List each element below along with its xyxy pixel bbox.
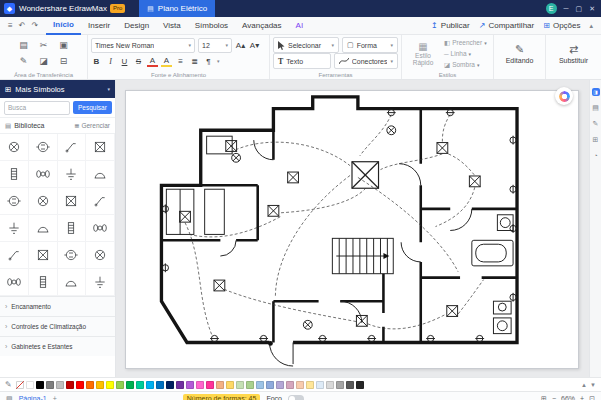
hamburger-menu-icon[interactable]: ≡ xyxy=(8,21,13,30)
section-gabinetes[interactable]: › Gabinetes e Estantes xyxy=(0,336,115,356)
color-swatch[interactable] xyxy=(106,381,114,389)
undo-icon[interactable]: ↶ xyxy=(19,21,26,30)
format-panel-icon[interactable]: ◨ xyxy=(592,88,600,96)
color-swatch[interactable] xyxy=(156,381,164,389)
clipboard-more-icon[interactable]: ⊟ xyxy=(58,56,70,66)
symbol-ground[interactable] xyxy=(0,215,29,242)
quick-style-button[interactable]: ▦ Estilo Rápido xyxy=(405,41,441,66)
text-tool-button[interactable]: T Texto xyxy=(273,53,331,69)
select-tool-button[interactable]: Selecionar▾ xyxy=(273,37,339,53)
color-swatch[interactable] xyxy=(326,381,334,389)
share-button[interactable]: ↗Compartilhar xyxy=(479,21,535,30)
ai-assistant-button[interactable] xyxy=(555,87,573,105)
color-swatch[interactable] xyxy=(246,381,254,389)
color-swatch[interactable] xyxy=(306,381,314,389)
symbol-ceiling-light[interactable] xyxy=(29,188,58,215)
symbols-panel-header[interactable]: ⊞ Mais Símbolos ▾ xyxy=(0,80,115,98)
color-swatch[interactable] xyxy=(346,381,354,389)
strikethrough-button[interactable]: S xyxy=(133,57,144,66)
floor-plan[interactable]: .ow{fill:none;stroke:#141414;stroke-widt… xyxy=(126,91,578,368)
options-button[interactable]: ⊞Opções xyxy=(543,21,580,30)
highlight-color-button[interactable]: A xyxy=(161,56,172,67)
layers-panel-icon[interactable]: ⊞ xyxy=(593,136,599,144)
line-button[interactable]: ─Linha▾ xyxy=(444,49,487,59)
symbol-fan[interactable] xyxy=(0,269,29,296)
document-tab[interactable]: ▤ Plano Elétrico xyxy=(139,0,215,17)
bold-button[interactable]: B xyxy=(91,57,102,66)
color-swatch[interactable] xyxy=(26,381,34,389)
color-swatch[interactable] xyxy=(356,381,364,389)
increase-font-icon[interactable]: A▴ xyxy=(235,41,246,50)
color-swatch[interactable] xyxy=(56,381,64,389)
color-swatch[interactable] xyxy=(236,381,244,389)
symbol-junction-box[interactable] xyxy=(29,242,58,269)
color-swatch[interactable] xyxy=(96,381,104,389)
user-avatar[interactable]: E xyxy=(546,3,557,14)
font-more-icon[interactable]: ▾ xyxy=(217,58,220,64)
color-swatch[interactable] xyxy=(116,381,124,389)
symbol-switch[interactable] xyxy=(0,242,29,269)
fill-button[interactable]: ◧Preencher▾ xyxy=(444,38,487,48)
underline-button[interactable]: U xyxy=(119,57,130,66)
color-swatch[interactable] xyxy=(186,381,194,389)
tab-inserir[interactable]: Inserir xyxy=(81,18,117,34)
color-swatch[interactable] xyxy=(196,381,204,389)
tab-design[interactable]: Design xyxy=(117,18,156,34)
tab-ai[interactable]: AI xyxy=(289,18,311,34)
zoom-in-icon[interactable]: + xyxy=(580,395,584,400)
tab-simbolos[interactable]: Símbolos xyxy=(188,18,235,34)
list-icon[interactable]: ¶ xyxy=(203,57,214,66)
fullscreen-icon[interactable]: ⊡ xyxy=(589,395,595,400)
symbol-bell[interactable] xyxy=(58,269,87,296)
align-justify-icon[interactable]: ≣ xyxy=(189,57,200,66)
history-panel-icon[interactable]: ◔ xyxy=(593,152,597,159)
tab-avancadas[interactable]: Avançadas xyxy=(235,18,288,34)
fit-page-icon[interactable]: ⊞ xyxy=(541,395,547,400)
align-left-icon[interactable]: ≡ xyxy=(175,57,186,66)
minimize-button[interactable]: ─ xyxy=(564,5,569,12)
color-swatch[interactable] xyxy=(296,381,304,389)
symbol-switch[interactable] xyxy=(58,134,87,161)
color-swatch[interactable] xyxy=(176,381,184,389)
zoom-level[interactable]: 66% xyxy=(561,395,575,400)
symbol-duplex-outlet[interactable] xyxy=(0,188,29,215)
symbol-duplex-outlet[interactable] xyxy=(29,134,58,161)
decrease-font-icon[interactable]: A▾ xyxy=(249,41,260,50)
color-swatch[interactable] xyxy=(276,381,284,389)
format-painter-icon[interactable]: ✎ xyxy=(18,56,30,66)
color-swatch[interactable] xyxy=(76,381,84,389)
zoom-out-icon[interactable]: − xyxy=(552,395,556,400)
font-color-button[interactable]: A xyxy=(147,56,158,67)
collapse-ribbon-icon[interactable]: ▴ xyxy=(589,22,593,30)
page-tab[interactable]: Página-1 xyxy=(19,395,47,400)
connector-tool-button[interactable]: Conectores▾ xyxy=(334,53,398,69)
section-climatizacao[interactable]: › Controles de Climatização xyxy=(0,316,115,336)
symbol-fan[interactable] xyxy=(86,215,115,242)
close-button[interactable]: ✕ xyxy=(589,5,595,13)
font-family-select[interactable]: Times New Roman▾ xyxy=(91,38,195,53)
copy-icon[interactable]: ▣ xyxy=(58,40,70,50)
publish-button[interactable]: ↥Publicar xyxy=(431,21,470,30)
color-swatch[interactable] xyxy=(146,381,154,389)
color-swatch[interactable] xyxy=(136,381,144,389)
palette-down-icon[interactable]: ▼ xyxy=(590,382,596,388)
color-swatch[interactable] xyxy=(216,381,224,389)
color-swatch[interactable] xyxy=(46,381,54,389)
no-color-swatch[interactable] xyxy=(16,381,24,389)
manage-library-button[interactable]: ≣ Gerenciar xyxy=(74,122,110,130)
redo-icon[interactable]: ↷ xyxy=(31,21,38,30)
color-swatch[interactable] xyxy=(126,381,134,389)
symbol-duplex-outlet[interactable] xyxy=(58,242,87,269)
symbol-ground[interactable] xyxy=(86,269,115,296)
color-swatch[interactable] xyxy=(316,381,324,389)
tab-inicio[interactable]: Início xyxy=(46,17,81,35)
color-swatch[interactable] xyxy=(266,381,274,389)
color-swatch[interactable] xyxy=(226,381,234,389)
eraser-icon[interactable]: ◪ xyxy=(38,56,50,66)
drawing-canvas[interactable]: .ow{fill:none;stroke:#141414;stroke-widt… xyxy=(116,80,589,377)
tab-vista[interactable]: Vista xyxy=(156,18,188,34)
symbol-bell[interactable] xyxy=(86,161,115,188)
symbol-switch[interactable] xyxy=(86,188,115,215)
color-swatch[interactable] xyxy=(286,381,294,389)
color-swatch[interactable] xyxy=(166,381,174,389)
